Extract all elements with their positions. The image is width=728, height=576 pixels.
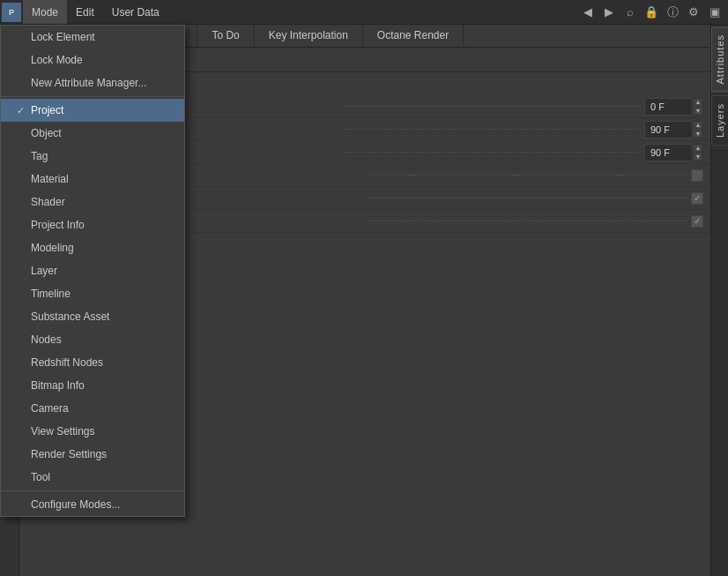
menu-item-lock-mode[interactable]: Lock Mode [1, 49, 184, 71]
preview-time-field-spinner: ▲ ▼ [693, 144, 703, 161]
menu-item-modeling[interactable]: Modeling [1, 236, 184, 259]
info-icon[interactable]: ⓘ [663, 3, 682, 22]
mode-icon: P [2, 3, 21, 22]
mode-menu[interactable]: Mode [23, 0, 67, 24]
edit-menu[interactable]: Edit [67, 0, 103, 24]
menu-item-object[interactable]: Object [1, 122, 184, 145]
project-time-field-container: 0 F ▲ ▼ [644, 98, 703, 116]
search-icon[interactable]: ⌕ [620, 3, 640, 22]
menu-item-substance-asset[interactable]: Substance Asset [1, 305, 184, 328]
menu-item-bitmap-info[interactable]: Bitmap Info [1, 374, 184, 397]
attributes-tab[interactable]: Attributes [711, 26, 729, 92]
menu-item-tag[interactable]: Tag [1, 145, 184, 168]
tab-key-interpolation[interactable]: Key Interpolation [255, 25, 363, 47]
attributes-panel: Attributes Layers [710, 0, 728, 576]
use-deformers-checkbox[interactable]: ✓ [691, 215, 703, 228]
window-icon[interactable]: ▣ [705, 3, 724, 22]
arrow-left-icon[interactable]: ◀ [578, 3, 598, 22]
max-time-dots [345, 129, 642, 130]
maximum-time-field[interactable]: 90 F [644, 121, 693, 138]
preview-time-field-up[interactable]: ▲ [693, 144, 703, 153]
menu-item-view-settings[interactable]: View Settings [1, 420, 184, 443]
menu-item-material[interactable]: Material [1, 168, 184, 191]
menu-item-tool[interactable]: Tool [1, 466, 184, 489]
use-expression-dots [368, 198, 687, 198]
max-time-field-container: 90 F ▲ ▼ [644, 121, 703, 138]
gear-icon[interactable]: ⚙ [684, 3, 703, 22]
user-data-menu[interactable]: User Data [103, 0, 168, 24]
arrow-right-icon[interactable]: ▶ [599, 3, 619, 22]
menu-separator-1 [1, 96, 184, 97]
render-lod-checkbox[interactable] [691, 169, 703, 182]
menu-item-new-attribute-manager[interactable]: New Attribute Manager... [1, 71, 184, 94]
project-time-field[interactable]: 0 F [644, 98, 693, 116]
project-time-field-down[interactable]: ▼ [693, 107, 703, 116]
preview-time-field-container: 90 F ▲ ▼ [644, 144, 703, 161]
menu-item-nodes[interactable]: Nodes [1, 328, 184, 351]
top-bar-right: ◀ ▶ ⌕ 🔒 ⓘ ⚙ ▣ [578, 3, 728, 22]
menu-item-redshift-nodes[interactable]: Redshift Nodes [1, 351, 184, 374]
max-time-field-up[interactable]: ▲ [693, 121, 703, 130]
preview-max-time-field[interactable]: 90 F [644, 144, 693, 161]
menu-item-shader[interactable]: Shader [1, 191, 184, 213]
max-time-field-down[interactable]: ▼ [693, 130, 703, 138]
use-deformers-dots [368, 221, 687, 221]
menu-item-configure-modes[interactable]: Configure Modes... [1, 493, 184, 516]
menu-separator-2 [1, 490, 184, 491]
render-lod-dots [368, 175, 687, 176]
layers-tab[interactable]: Layers [711, 95, 729, 146]
menu-item-layer[interactable]: Layer [1, 259, 184, 282]
max-time-field-spinner: ▲ ▼ [693, 121, 703, 138]
project-time-dots [345, 106, 642, 107]
tab-octane-render[interactable]: Octane Render [363, 25, 464, 47]
menu-bar: P Mode Edit User Data ◀ ▶ ⌕ 🔒 ⓘ ⚙ ▣ [0, 0, 728, 25]
use-expression-checkbox[interactable]: ✓ [691, 192, 703, 205]
preview-time-field-down[interactable]: ▼ [693, 153, 703, 161]
menu-item-timeline[interactable]: Timeline [1, 282, 184, 305]
menu-item-render-settings[interactable]: Render Settings [1, 443, 184, 466]
project-time-field-up[interactable]: ▲ [693, 98, 703, 107]
preview-time-dots [345, 152, 642, 153]
lock-icon[interactable]: 🔒 [642, 3, 661, 22]
menu-item-lock-element[interactable]: Lock Element [1, 26, 184, 49]
menu-item-project[interactable]: ✓ Project [1, 99, 184, 122]
mode-dropdown-menu: Lock Element Lock Mode New Attribute Man… [0, 25, 185, 517]
tab-todo[interactable]: To Do [197, 25, 254, 47]
project-time-field-spinner: ▲ ▼ [693, 98, 703, 116]
checkmark-project: ✓ [17, 105, 31, 116]
menu-item-project-info[interactable]: Project Info [1, 213, 184, 236]
menu-item-camera[interactable]: Camera [1, 397, 184, 420]
